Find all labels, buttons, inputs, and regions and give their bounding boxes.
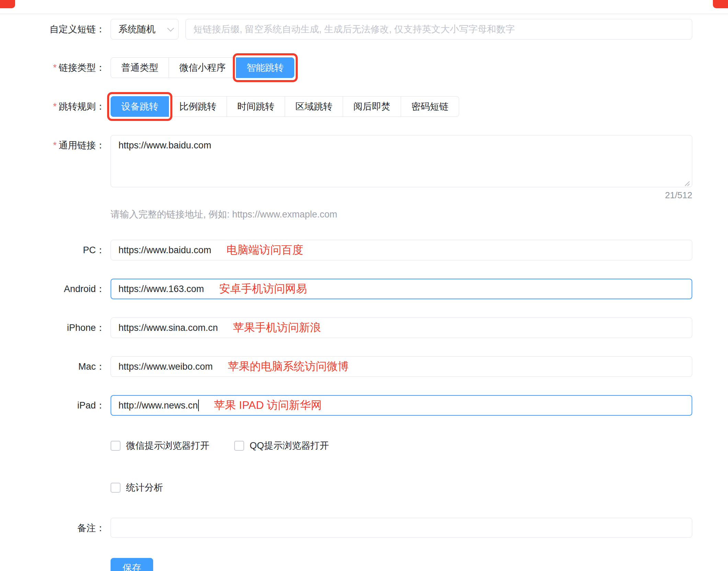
universal-link-textarea[interactable]: https://www.baidu.com <box>111 135 692 187</box>
char-counter: 21/512 <box>111 190 692 201</box>
mac-link-row: Mac： https://www.weibo.com 苹果的电脑系统访问微博 <box>0 356 692 377</box>
remark-input[interactable] <box>111 518 692 538</box>
redirect-rule-row: *跳转规则： 设备跳转 比例跳转 时间跳转 区域跳转 阅后即焚 <box>0 96 692 117</box>
red-annotation-text: 安卓手机访问网易 <box>219 281 307 296</box>
redirect-rule-button-group: 设备跳转 比例跳转 时间跳转 区域跳转 阅后即焚 密码短链 <box>111 96 692 117</box>
chevron-down-icon <box>167 25 174 32</box>
red-annotation-corner-right <box>713 0 728 8</box>
redirect-rule-label: *跳转规则： <box>0 96 111 117</box>
statistics-checkbox-row: 统计分析 <box>0 481 692 494</box>
rule-time-redirect-button[interactable]: 时间跳转 <box>227 96 285 117</box>
rule-device-redirect-button[interactable]: 设备跳转 <box>111 96 169 117</box>
link-type-normal-button[interactable]: 普通类型 <box>111 57 169 78</box>
required-asterisk: * <box>53 140 57 150</box>
save-button[interactable]: 保存 <box>111 558 153 571</box>
android-link-row: Android： https://www.163.com 安卓手机访问网易 <box>0 279 692 299</box>
red-annotation-text: 苹果手机访问新浪 <box>233 320 321 335</box>
ipad-label: iPad： <box>0 395 111 416</box>
rule-ratio-redirect-button[interactable]: 比例跳转 <box>169 96 227 117</box>
link-type-row: *链接类型： 普通类型 微信小程序 智能跳转 <box>0 57 692 78</box>
suffix-mode-value: 系统随机 <box>118 23 156 35</box>
pc-label: PC： <box>0 240 111 260</box>
android-label: Android： <box>0 279 111 299</box>
link-type-wechat-miniprogram-button[interactable]: 微信小程序 <box>169 57 236 78</box>
required-asterisk: * <box>53 63 57 73</box>
custom-suffix-input[interactable] <box>185 19 692 40</box>
wechat-browser-prompt-checkbox[interactable]: 微信提示浏览器打开 <box>111 439 209 452</box>
iphone-label: iPhone： <box>0 317 111 338</box>
pc-link-row: PC： https://www.baidu.com 电脑端访问百度 <box>0 240 692 260</box>
text-cursor <box>198 400 199 411</box>
universal-link-value: https://www.baidu.com <box>118 140 211 150</box>
ipad-link-row: iPad： http://www.news.cn 苹果 IPAD 访问新华网 <box>0 395 692 416</box>
universal-link-row: *通用链接： https://www.baidu.com 21/512 请输入完… <box>0 135 692 240</box>
top-strip <box>0 0 728 14</box>
ipad-link-input[interactable]: http://www.news.cn 苹果 IPAD 访问新华网 <box>111 395 692 416</box>
checkbox-icon[interactable] <box>111 483 121 493</box>
rule-burn-after-reading-button[interactable]: 阅后即焚 <box>343 96 401 117</box>
universal-link-label: *通用链接： <box>0 135 111 156</box>
pc-link-input[interactable]: https://www.baidu.com 电脑端访问百度 <box>111 240 692 260</box>
remark-row: 备注： <box>0 518 692 538</box>
suffix-mode-select[interactable]: 系统随机 <box>111 19 179 40</box>
required-asterisk: * <box>53 101 57 112</box>
short-link-form: 自定义短链： 系统随机 *链接类型： 普通类型 微信小程序 智能跳转 <box>0 14 728 571</box>
statistics-analysis-checkbox[interactable]: 统计分析 <box>111 481 163 494</box>
rule-region-redirect-button[interactable]: 区域跳转 <box>285 96 343 117</box>
android-link-input[interactable]: https://www.163.com 安卓手机访问网易 <box>111 279 692 299</box>
custom-short-link-label: 自定义短链： <box>0 19 111 40</box>
checkbox-icon[interactable] <box>111 441 121 451</box>
universal-link-helper-text: 请输入完整的链接地址, 例如: https://www.exmaple.com <box>111 208 692 221</box>
resize-handle-icon[interactable] <box>684 179 691 186</box>
red-annotation-text: 苹果 IPAD 访问新华网 <box>214 398 322 413</box>
red-annotation-corner-left <box>0 0 15 8</box>
qq-browser-prompt-checkbox[interactable]: QQ提示浏览器打开 <box>234 439 329 452</box>
remark-label: 备注： <box>0 518 111 538</box>
red-annotation-text: 电脑端访问百度 <box>226 243 303 258</box>
custom-short-link-row: 自定义短链： 系统随机 <box>0 19 692 40</box>
checkbox-icon[interactable] <box>234 441 244 451</box>
save-row: 保存 <box>0 558 692 571</box>
link-type-button-group: 普通类型 微信小程序 智能跳转 <box>111 57 692 78</box>
mac-label: Mac： <box>0 356 111 377</box>
iphone-link-row: iPhone： https://www.sina.com.cn 苹果手机访问新浪 <box>0 317 692 338</box>
rule-password-link-button[interactable]: 密码短链 <box>401 96 459 117</box>
mac-link-input[interactable]: https://www.weibo.com 苹果的电脑系统访问微博 <box>111 356 692 377</box>
iphone-link-input[interactable]: https://www.sina.com.cn 苹果手机访问新浪 <box>111 317 692 338</box>
browser-prompt-checkbox-row: 微信提示浏览器打开 QQ提示浏览器打开 <box>0 439 692 452</box>
red-annotation-text: 苹果的电脑系统访问微博 <box>228 359 349 374</box>
link-type-label: *链接类型： <box>0 57 111 78</box>
link-type-smart-redirect-button[interactable]: 智能跳转 <box>236 57 294 78</box>
